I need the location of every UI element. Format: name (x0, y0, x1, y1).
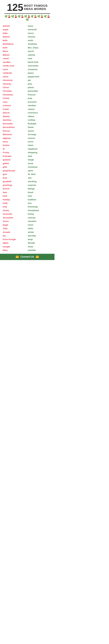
word-item-left: holiday (2, 198, 27, 202)
word-item-right: myrrh (27, 50, 52, 53)
word-item-right: share (27, 144, 52, 147)
word-item-left: fruitcake (2, 154, 27, 158)
word-item-right: vacation (27, 220, 52, 223)
word-item-right: xmas (27, 245, 52, 248)
footer: 🤲 Connect Us 🤲 (0, 254, 54, 260)
word-item-right: mistletoe (27, 42, 52, 46)
word-item-left: camel (2, 57, 27, 60)
word-item-left: Comet (2, 96, 27, 100)
word-item-left: crimson (2, 104, 27, 107)
footer-icon-left: 🤲 (15, 255, 19, 259)
word-item-right: spirit (27, 169, 52, 172)
word-item-left: Christmas (2, 93, 27, 96)
word-item-left: Christ (2, 86, 27, 89)
word-item-left: Frosty (2, 151, 27, 154)
word-item-right: nativity (27, 53, 52, 57)
word-item-right: Rudolph (27, 122, 52, 126)
word-item-left: Icicles (2, 209, 27, 212)
word-item-left: Dancer (2, 111, 27, 114)
word-item-right: mass (27, 24, 52, 28)
word-item-left: bless (2, 50, 27, 53)
word-item-left: Mary (2, 248, 27, 252)
word-item-right: reindeer (27, 104, 52, 107)
word-item-left: fir (2, 147, 27, 151)
word-item-right: Mrs. Claus (27, 46, 52, 50)
word-item-right: pine (27, 82, 52, 86)
word-item-right: ornament (27, 68, 52, 71)
word-item-left: Jolly (2, 227, 27, 230)
word-item-left: ham (2, 190, 27, 194)
word-item-left: Jerusalem (2, 216, 27, 220)
word-list: Adventmassangelmenorahbabemerrybelievemi… (0, 24, 54, 254)
header-line2: XMAS WORDS (24, 8, 46, 11)
word-item-right: tinsel (27, 190, 52, 194)
word-item-right: North Pole (27, 60, 52, 64)
word-item-right: snow (27, 162, 52, 165)
word-item-right: peace (27, 71, 52, 75)
word-item-left: Jesus (2, 220, 27, 223)
word-item-left: dashing (2, 118, 27, 122)
word-item-right: yuletide (27, 248, 52, 252)
word-item-right: pray (27, 96, 52, 100)
word-item-right: wrap (27, 238, 52, 241)
word-item-right: white (27, 227, 52, 230)
word-item-right: noel (27, 57, 52, 60)
word-item-left: gather (2, 162, 27, 165)
word-item-right: Vixen (27, 223, 52, 227)
word-item-right: rooftop (27, 118, 52, 122)
word-item-left: gifts (2, 165, 27, 169)
word-item-right: sleigh (27, 158, 52, 162)
holly-decoration: 🌿🍒 🌿🍒 🌿🍒 🌿🍒 🌿🍒 🌿🍒 🌿🍒 🌿 (2, 14, 52, 22)
word-item-left: festive (2, 144, 27, 147)
word-item-right: presents (27, 100, 52, 104)
word-item-right: Scrooge (27, 133, 52, 136)
word-item-right: snowman (27, 165, 52, 169)
word-item-right: miracle (27, 35, 52, 38)
word-item-left: Dasher (2, 115, 27, 118)
word-item-right: trimmings (27, 205, 52, 208)
word-item-right: menorah (27, 28, 52, 31)
word-item-right: ribbon (27, 115, 52, 118)
word-item-left: decorations (2, 126, 27, 129)
word-item-right: rejoice (27, 108, 52, 111)
word-item-left: God (2, 176, 27, 180)
word-item-right: mirth (27, 39, 52, 42)
word-item-left: Bethlehem (2, 42, 27, 46)
word-item-right: tidings (27, 187, 52, 190)
word-item-left: Ebenezer (2, 133, 27, 136)
footer-icon-right: 🤲 (35, 255, 39, 259)
word-item-left: Donner (2, 129, 27, 133)
word-item-left: eggnog (2, 136, 27, 140)
word-item-right: serve (27, 140, 52, 144)
word-item-right: sled (27, 154, 52, 158)
word-item-left: Kriss Kringle (2, 238, 27, 241)
header-top: 125 MOST FAMOUS XMAS WORDS (2, 2, 52, 12)
word-item-left: December (2, 122, 27, 126)
word-item-left: cozy (2, 100, 27, 104)
word-item-left: holy (2, 205, 27, 208)
word-item-left: celebrate (2, 71, 27, 75)
word-item-left: birth (2, 46, 27, 50)
word-item-right: pie (27, 78, 52, 82)
word-item-left: give (2, 172, 27, 176)
word-item-left: Grinch (2, 187, 27, 190)
word-item-right: Santa (27, 126, 52, 129)
footer-text: Connect Us (20, 256, 34, 258)
word-item-left: angel (2, 28, 27, 31)
word-item-left: chestnuts (2, 78, 27, 82)
word-item-right: turkey (27, 212, 52, 216)
word-item-right: plums (27, 86, 52, 89)
header-divider (4, 14, 50, 14)
word-item-left: cheer (2, 75, 27, 78)
header-number: 125 (7, 2, 23, 12)
word-item-right: reverence (27, 111, 52, 114)
word-item-right: toys (27, 194, 52, 198)
word-item-right: peppermint (27, 75, 52, 78)
word-item-right: Wreath (27, 241, 52, 245)
word-item-right: nutcracker (27, 64, 52, 68)
word-item-left: Advent (2, 24, 27, 28)
word-item-left: garland (2, 158, 27, 162)
word-item-right: savior (27, 129, 52, 133)
word-item-right: triumphant (27, 209, 52, 212)
word-item-right: shopping (27, 151, 52, 154)
